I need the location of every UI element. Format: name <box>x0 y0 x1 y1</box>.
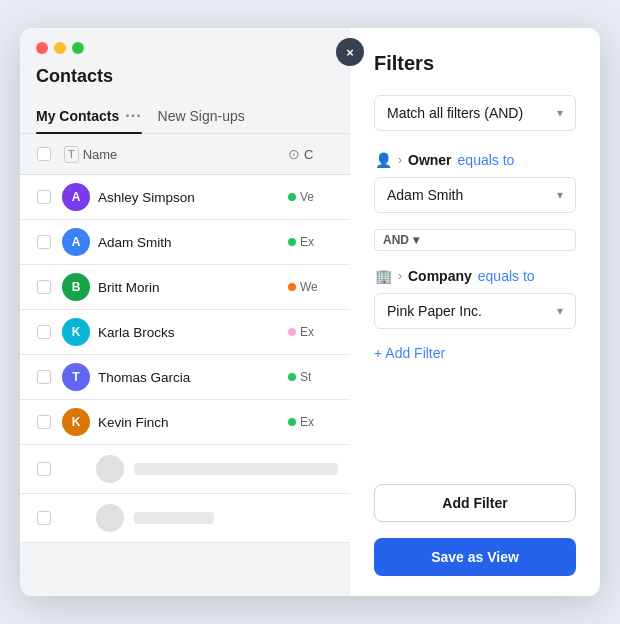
traffic-light-red[interactable] <box>36 42 48 54</box>
checkbox-box[interactable] <box>37 147 51 161</box>
and-badge-label: AND <box>383 233 409 247</box>
tabs-bar: My Contacts ··· New Sign-ups <box>20 99 350 134</box>
row-checkbox[interactable] <box>32 275 56 299</box>
status-text: We <box>300 280 318 294</box>
row-checkbox <box>32 506 56 530</box>
row-checkbox[interactable] <box>32 410 56 434</box>
placeholder-bar <box>134 463 338 475</box>
status-text: Ex <box>300 415 314 429</box>
right-panel: Filters Match all filters (AND) ▾ 👤 › Ow… <box>350 28 600 596</box>
company-field-name[interactable]: Company <box>408 268 472 284</box>
traffic-light-green[interactable] <box>72 42 84 54</box>
traffic-light-yellow[interactable] <box>54 42 66 54</box>
status-dot <box>288 193 296 201</box>
filter-expand-icon: › <box>398 269 402 283</box>
table-row[interactable]: A Ashley Simpson Ve <box>20 175 350 220</box>
contact-name: Kevin Finch <box>90 415 288 430</box>
match-dropdown[interactable]: Match all filters (AND) ▾ <box>374 95 576 131</box>
row-checkbox <box>32 457 56 481</box>
row-checkbox[interactable] <box>32 185 56 209</box>
header-checkbox[interactable] <box>32 142 56 166</box>
owner-condition[interactable]: equals to <box>458 152 515 168</box>
owner-field-name[interactable]: Owner <box>408 152 452 168</box>
contact-name: Adam Smith <box>90 235 288 250</box>
contacts-table: T Name ⊙ C A Ashley Simpson Ve <box>20 134 350 596</box>
chevron-down-icon: ▾ <box>557 304 563 318</box>
chevron-down-icon: ▾ <box>413 233 419 247</box>
table-row[interactable]: T Thomas Garcia St <box>20 355 350 400</box>
add-filter-link[interactable]: + Add Filter <box>374 345 576 361</box>
company-value-dropdown[interactable]: Pink Paper Inc. ▾ <box>374 293 576 329</box>
save-view-button[interactable]: Save as View <box>374 538 576 576</box>
match-dropdown-label: Match all filters (AND) <box>387 105 523 121</box>
placeholder-avatar <box>96 455 124 483</box>
chevron-down-icon: ▾ <box>557 106 563 120</box>
status-dot <box>288 238 296 246</box>
contact-status: St <box>288 370 338 384</box>
tab-new-signups-label: New Sign-ups <box>158 108 245 124</box>
status-dot <box>288 418 296 426</box>
person-icon: 👤 <box>374 151 392 169</box>
placeholder-bar <box>134 512 214 524</box>
table-header: T Name ⊙ C <box>20 134 350 175</box>
spacer <box>374 361 576 460</box>
panel-title: Contacts <box>20 62 350 99</box>
avatar: B <box>62 273 90 301</box>
close-button[interactable]: × <box>336 38 364 66</box>
filter-label-row: 👤 › Owner equals to <box>374 151 576 169</box>
tab-my-contacts-label: My Contacts <box>36 108 119 124</box>
table-row[interactable]: K Karla Brocks Ex <box>20 310 350 355</box>
tab-options-icon[interactable]: ··· <box>125 107 141 125</box>
row-checkbox[interactable] <box>32 365 56 389</box>
table-row[interactable]: K Kevin Finch Ex <box>20 400 350 445</box>
contact-name: Ashley Simpson <box>90 190 288 205</box>
column-status-label: C <box>304 147 313 162</box>
and-badge[interactable]: AND ▾ <box>374 229 576 251</box>
status-text: St <box>300 370 311 384</box>
chevron-down-icon: ▾ <box>557 188 563 202</box>
company-filter-section: 🏢 › Company equals to Pink Paper Inc. ▾ <box>374 267 576 329</box>
placeholder-avatar <box>96 504 124 532</box>
type-icon: T <box>64 146 79 163</box>
contact-status: We <box>288 280 338 294</box>
filters-title: Filters <box>374 52 576 75</box>
status-dot <box>288 328 296 336</box>
traffic-lights <box>20 28 350 62</box>
row-checkbox[interactable] <box>32 320 56 344</box>
column-name-header: T Name <box>56 146 288 163</box>
table-row[interactable]: B Britt Morin We <box>20 265 350 310</box>
status-dot <box>288 283 296 291</box>
column-status-header: ⊙ C <box>288 146 338 162</box>
contact-status: Ve <box>288 190 338 204</box>
left-panel: Contacts My Contacts ··· New Sign-ups T … <box>20 28 350 596</box>
filter-expand-icon: › <box>398 153 402 167</box>
avatar: A <box>62 183 90 211</box>
company-value-label: Pink Paper Inc. <box>387 303 482 319</box>
avatar: K <box>62 408 90 436</box>
contact-name: Karla Brocks <box>90 325 288 340</box>
building-icon: 🏢 <box>374 267 392 285</box>
avatar: A <box>62 228 90 256</box>
contact-status: Ex <box>288 415 338 429</box>
placeholder-row <box>20 445 350 494</box>
placeholder-row <box>20 494 350 543</box>
status-text: Ex <box>300 325 314 339</box>
circle-check-icon: ⊙ <box>288 146 300 162</box>
company-condition[interactable]: equals to <box>478 268 535 284</box>
contact-status: Ex <box>288 235 338 249</box>
contact-name: Britt Morin <box>90 280 288 295</box>
column-name-label: Name <box>83 147 118 162</box>
owner-value-label: Adam Smith <box>387 187 463 203</box>
status-dot <box>288 373 296 381</box>
status-text: Ve <box>300 190 314 204</box>
contact-status: Ex <box>288 325 338 339</box>
tab-new-signups[interactable]: New Sign-ups <box>158 100 245 132</box>
avatar: K <box>62 318 90 346</box>
owner-value-dropdown[interactable]: Adam Smith ▾ <box>374 177 576 213</box>
add-filter-button[interactable]: Add Filter <box>374 484 576 522</box>
tab-my-contacts[interactable]: My Contacts ··· <box>36 99 142 133</box>
status-text: Ex <box>300 235 314 249</box>
row-checkbox[interactable] <box>32 230 56 254</box>
owner-filter-section: 👤 › Owner equals to Adam Smith ▾ <box>374 151 576 213</box>
table-row[interactable]: A Adam Smith Ex <box>20 220 350 265</box>
